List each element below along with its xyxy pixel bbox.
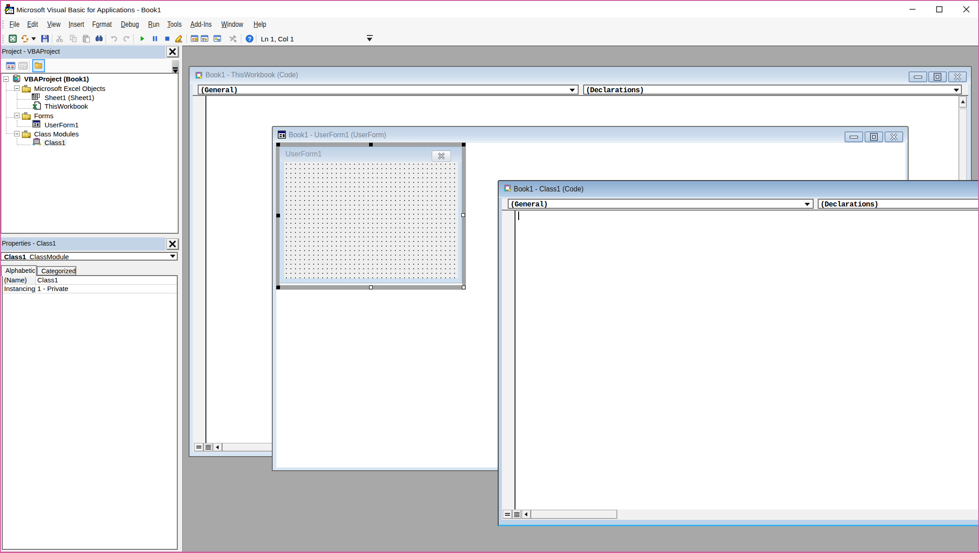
svg-text:?: ?	[248, 36, 251, 42]
